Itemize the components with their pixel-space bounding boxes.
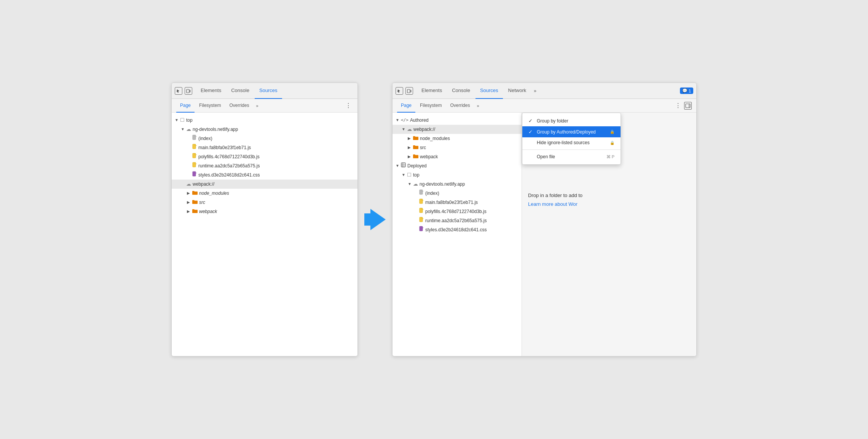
- right-devtools-panel: Elements Console Sources Network » 💬 1 P…: [392, 83, 697, 356]
- tree-item-main-left[interactable]: main.fa8bfa0e23f1eb71.js: [172, 143, 357, 152]
- tab-console-left[interactable]: Console: [227, 83, 254, 99]
- arrow-deployed: ▼: [396, 162, 400, 170]
- tab-network-right[interactable]: Network: [504, 83, 531, 99]
- device-icon-right[interactable]: [405, 87, 413, 95]
- file-icon-index-right: [419, 189, 424, 197]
- tree-item-webpackfolder-right[interactable]: ▶ webpack: [393, 152, 522, 161]
- file-icon-styles-left: [192, 171, 197, 179]
- panel-toggle-icon[interactable]: [684, 102, 692, 110]
- blue-arrow-wrapper: [364, 209, 386, 230]
- label-nodemodules-left: node_modules: [199, 189, 229, 197]
- arrow-webpackfolder-left: ▶: [187, 208, 191, 215]
- label-polyfills-left: polyfills.4c768d7122740d3b.js: [198, 153, 260, 161]
- tree-item-runtime-right[interactable]: runtime.aa2dc5a72b65a575.js: [393, 216, 522, 225]
- subtab-filesystem-right[interactable]: Filesystem: [416, 99, 445, 113]
- tree-item-deployed[interactable]: ▼ Deployed: [393, 161, 522, 170]
- tab-sources-right[interactable]: Sources: [475, 83, 503, 99]
- tree-item-top-right[interactable]: ▼ ☐ top: [393, 170, 522, 180]
- left-subtoolbar: Page Filesystem Overrides » ⋮: [172, 99, 357, 113]
- label-netlify: ng-devtools.netlify.app: [193, 126, 238, 133]
- svg-rect-11: [401, 163, 405, 167]
- file-icon-main-left: [192, 144, 197, 151]
- inspect-icon-right[interactable]: [396, 87, 403, 95]
- learn-more-link[interactable]: Learn more about Wor: [528, 201, 578, 207]
- tree-item-src-left[interactable]: ▶ src: [172, 198, 357, 207]
- subtab-page-right[interactable]: Page: [397, 99, 415, 113]
- cloud-icon-netlify-right: ☁: [413, 180, 418, 188]
- tree-item-main-right[interactable]: main.fa8bfa0e23f1eb71.js: [393, 198, 522, 207]
- file-icon-main-right: [419, 199, 424, 206]
- tree-item-polyfills-right[interactable]: polyfills.4c768d7122740d3b.js: [393, 207, 522, 216]
- tab-elements-left[interactable]: Elements: [196, 83, 226, 99]
- cloud-icon-webpack-left: ☁: [186, 180, 191, 188]
- right-pane: ✓ Group by folder ✓ Group by Authored/De…: [522, 113, 696, 356]
- subtab-page-left[interactable]: Page: [176, 99, 195, 113]
- three-dots-right[interactable]: ⋮: [673, 101, 683, 110]
- label-groupbyauthored: Group by Authored/Deployed: [537, 129, 607, 135]
- tree-item-index-right[interactable]: (index): [393, 189, 522, 198]
- svg-rect-7: [407, 89, 410, 93]
- label-top-right: top: [413, 171, 420, 179]
- subtab-more-right[interactable]: »: [474, 103, 481, 108]
- tree-item-authored[interactable]: ▼ </> Authored: [393, 116, 522, 125]
- tree-item-styles-left[interactable]: styles.d3e2b24618d2c641.css: [172, 170, 357, 180]
- left-file-tree: ▼ ☐ top ▼ ☁ ng-devtools.netlify.app (ind: [172, 113, 357, 356]
- arrow-nodemodules-right: ▶: [408, 135, 412, 142]
- box-icon-top-right: ☐: [407, 171, 412, 179]
- tree-item-webpackfolder-left[interactable]: ▶ webpack: [172, 207, 357, 216]
- label-top: top: [186, 116, 193, 124]
- file-icon-index: [192, 135, 197, 142]
- tree-item-nodemodules-right[interactable]: ▶ node_modules: [393, 134, 522, 143]
- tree-item-styles-right[interactable]: styles.d3e2b24618d2c641.css: [393, 225, 522, 234]
- tree-item-webpack-right[interactable]: ▼ ☁ webpack://: [393, 125, 522, 134]
- tab-console-right[interactable]: Console: [447, 83, 475, 99]
- svg-rect-8: [410, 90, 411, 92]
- file-icon-runtime-left: [192, 162, 197, 170]
- label-openfile: Open file: [537, 154, 603, 159]
- inspect-icon[interactable]: [175, 87, 182, 95]
- label-runtime-right: runtime.aa2dc5a72b65a575.js: [425, 217, 487, 224]
- subtab-overrides-left[interactable]: Overrides: [225, 99, 253, 113]
- arrow-container: [358, 83, 392, 356]
- chat-icon: 💬: [682, 88, 688, 93]
- tree-item-netlify-right[interactable]: ▼ ☁ ng-devtools.netlify.app: [393, 180, 522, 189]
- tree-item-src-right[interactable]: ▶ src: [393, 143, 522, 152]
- file-icon-polyfills-left: [192, 153, 197, 161]
- folder-icon-nodemodules-right: [413, 135, 418, 142]
- tree-item-webpack-left[interactable]: ☁ webpack://: [172, 180, 357, 189]
- arrow-netlify: ▼: [181, 126, 185, 133]
- notification-badge[interactable]: 💬 1: [680, 87, 693, 94]
- file-icon-polyfills-right: [419, 208, 424, 215]
- label-webpackfolder-right: webpack: [420, 153, 438, 161]
- dropdown-item-openfile[interactable]: Open file ⌘ P: [522, 151, 621, 162]
- tab-more-right[interactable]: »: [531, 88, 539, 94]
- tree-item-nodemodules-left[interactable]: ▶ node_modules: [172, 189, 357, 198]
- folder-icon-webpack-left: [192, 208, 198, 215]
- three-dots-left[interactable]: ⋮: [344, 101, 353, 110]
- tree-item-netlify[interactable]: ▼ ☁ ng-devtools.netlify.app: [172, 125, 357, 134]
- tree-item-runtime-left[interactable]: runtime.aa2dc5a72b65a575.js: [172, 161, 357, 170]
- right-file-tree: ▼ </> Authored ▼ ☁ webpack:// ▶ node_mod…: [393, 113, 522, 356]
- left-toolbar-icons: [175, 87, 192, 95]
- subtab-more-left[interactable]: »: [254, 103, 260, 108]
- device-icon[interactable]: [185, 87, 192, 95]
- subtab-overrides-right[interactable]: Overrides: [446, 99, 474, 113]
- label-webpackfolder-left: webpack: [199, 208, 217, 215]
- dropdown-item-hideignore[interactable]: Hide ignore-listed sources 🔒: [522, 137, 621, 148]
- label-src-right: src: [420, 144, 426, 151]
- arrow-src-left: ▶: [187, 199, 191, 206]
- dropdown-item-groupbyfolder[interactable]: ✓ Group by folder: [522, 115, 621, 126]
- tab-elements-right[interactable]: Elements: [417, 83, 447, 99]
- folder-icon-nodemodules-left: [192, 189, 198, 197]
- tree-item-polyfills-left[interactable]: polyfills.4c768d7122740d3b.js: [172, 152, 357, 161]
- subtab-filesystem-left[interactable]: Filesystem: [195, 99, 225, 113]
- tab-sources-left[interactable]: Sources: [255, 83, 282, 99]
- dropdown-item-groupbyauthored[interactable]: ✓ Group by Authored/Deployed 🔒: [522, 126, 621, 137]
- svg-rect-9: [686, 104, 690, 108]
- folder-icon-src-left: [192, 199, 198, 206]
- folder-icon-src-right: [413, 144, 418, 151]
- label-runtime-left: runtime.aa2dc5a72b65a575.js: [198, 162, 260, 170]
- tree-item-top[interactable]: ▼ ☐ top: [172, 116, 357, 125]
- label-main-left: main.fa8bfa0e23f1eb71.js: [198, 144, 251, 151]
- tree-item-index-left[interactable]: (index): [172, 134, 357, 143]
